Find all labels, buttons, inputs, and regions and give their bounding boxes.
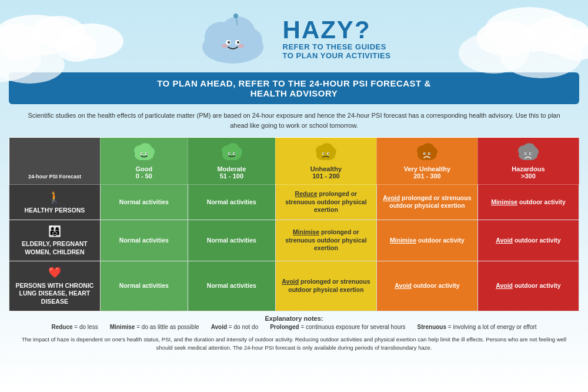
subtitle-line2: TO PLAN YOUR ACTIVITIES [283, 51, 391, 60]
healthy-hazardous-bold: Minimise [491, 198, 517, 205]
svg-point-63 [526, 153, 527, 154]
healthy-very-unhealthy-bold: Avoid [383, 194, 400, 201]
hazardous-label: Hazardous [482, 165, 575, 172]
cell-elderly-good: Normal activities [100, 220, 188, 261]
label-col-text: 24-hour PSI Forecast [13, 174, 96, 180]
chronic-moderate-text: Normal activities [207, 282, 256, 289]
svg-point-39 [229, 153, 230, 154]
unhealthy-emoji [279, 142, 373, 164]
good-emoji [104, 142, 184, 164]
main-title: HAZY? [283, 18, 391, 42]
cell-elderly-unhealthy: Minimise prolonged or strenuous outdoor … [275, 220, 376, 261]
moderate-label: Moderate [192, 165, 272, 172]
th-very-unhealthy: Very Unhealthy 201 - 300 [376, 138, 477, 185]
notes-section: Explanatory notes: Reduce = do less Mini… [9, 315, 579, 330]
cell-elderly-moderate: Normal activities [188, 220, 275, 261]
svg-point-24 [233, 14, 238, 18]
cell-chronic-unhealthy: Avoid prolonged or strenuous outdoor phy… [275, 261, 376, 311]
svg-point-20 [237, 41, 239, 44]
cell-elderly-very-unhealthy: Minimise outdoor activity [376, 220, 477, 261]
cell-healthy-good: Normal activities [100, 185, 188, 220]
cell-healthy-moderate: Normal activities [188, 185, 275, 220]
elderly-hazardous-bold: Avoid [496, 237, 513, 244]
moderate-range: 51 - 100 [192, 172, 272, 180]
svg-point-52 [428, 147, 437, 157]
svg-point-40 [233, 153, 235, 154]
table-row-healthy: 🚶 HEALTHY PERSONS Normal activities Norm… [9, 185, 579, 220]
svg-point-48 [328, 153, 329, 154]
hazardous-range: >300 [482, 172, 575, 180]
healthy-label: HEALTHY PERSONS [24, 207, 85, 214]
good-label: Good [104, 165, 184, 172]
cell-chronic-hazardous: Avoid outdoor activity [477, 261, 579, 311]
healthy-unhealthy-bold: Reduce [295, 190, 318, 197]
svg-point-28 [145, 147, 155, 157]
moderate-emoji [192, 142, 272, 164]
hazardous-emoji [482, 142, 575, 164]
chronic-good-text: Normal activities [119, 282, 169, 289]
page-wrapper: HAZY? REFER TO THESE GUIDES TO PLAN YOUR… [0, 0, 588, 392]
svg-point-47 [323, 153, 325, 154]
svg-point-36 [233, 147, 242, 157]
header-area: HAZY? REFER TO THESE GUIDES TO PLAN YOUR… [0, 0, 588, 69]
th-hazardous: Hazardous >300 [477, 138, 579, 185]
row-label-chronic: ❤️ PERSONS WITH CHRONIC LUNG DISEASE, HE… [9, 261, 101, 311]
very-unhealthy-emoji [380, 142, 474, 164]
elderly-good-text: Normal activities [119, 237, 169, 244]
chronic-unhealthy-bold: Avoid [282, 278, 299, 285]
th-unhealthy: Unhealthy 101 - 200 [275, 138, 376, 185]
table-container: 24-hour PSI Forecast [9, 137, 579, 311]
very-unhealthy-label: Very Unhealthy [380, 165, 474, 172]
good-range: 0 - 50 [104, 172, 184, 180]
cell-healthy-unhealthy: Reduce prolonged or strenuous outdoor ph… [275, 185, 376, 220]
cell-chronic-good: Normal activities [100, 261, 188, 311]
chronic-hazardous-bold: Avoid [496, 282, 513, 289]
note-prolonged: Prolonged = continuous exposure for seve… [270, 324, 405, 330]
cell-chronic-very-unhealthy: Avoid outdoor activity [376, 261, 477, 311]
svg-point-21 [222, 44, 228, 48]
th-good: Good 0 - 50 [100, 138, 188, 185]
note-minimise: Minimise = do as little as possible [110, 324, 199, 330]
cell-healthy-hazardous: Minimise outdoor activity [477, 185, 579, 220]
notes-title: Explanatory notes: [9, 315, 579, 322]
table-header-row: 24-hour PSI Forecast [9, 138, 579, 185]
row-label-elderly: 👨‍👩‍👧 ELDERLY, PREGNANT WOMEN, CHILDREN [9, 220, 101, 261]
healthy-moderate-text: Normal activities [207, 198, 256, 205]
svg-point-60 [529, 147, 539, 157]
cell-healthy-very-unhealthy: Avoid prolonged or strenuous outdoor phy… [376, 185, 477, 220]
elderly-label: ELDERLY, PREGNANT WOMEN, CHILDREN [22, 240, 88, 255]
subtitle-line1: REFER TO THESE GUIDES [283, 42, 391, 51]
unhealthy-range: 101 - 200 [279, 172, 373, 180]
svg-point-64 [530, 153, 532, 154]
th-moderate: Moderate 51 - 100 [188, 138, 275, 185]
note-reduce: Reduce = do less [51, 324, 98, 330]
th-label-col: 24-hour PSI Forecast [9, 138, 101, 185]
mascot-cloud [198, 11, 268, 64]
svg-point-22 [238, 44, 244, 48]
table-row-chronic: ❤️ PERSONS WITH CHRONIC LUNG DISEASE, HE… [9, 261, 579, 311]
chronic-very-unhealthy-bold: Avoid [395, 282, 412, 289]
svg-point-16 [236, 28, 262, 52]
elderly-moderate-text: Normal activities [207, 237, 256, 244]
svg-point-44 [327, 147, 336, 157]
cell-chronic-moderate: Normal activities [188, 261, 275, 311]
very-unhealthy-range: 201 - 300 [380, 172, 474, 180]
footer-text: The impact of haze is dependent on one's… [0, 333, 588, 356]
svg-point-19 [228, 41, 230, 44]
svg-point-55 [425, 153, 426, 154]
psi-table: 24-hour PSI Forecast [9, 137, 579, 311]
svg-point-32 [146, 153, 147, 154]
title-box: HAZY? REFER TO THESE GUIDES TO PLAN YOUR… [283, 18, 391, 60]
note-avoid: Avoid = do not do [211, 324, 259, 330]
svg-point-56 [429, 153, 430, 154]
note-strenuous: Strenuous = involving a lot of energy or… [417, 324, 537, 330]
cell-elderly-hazardous: Avoid outdoor activity [477, 220, 579, 261]
chronic-label: PERSONS WITH CHRONIC LUNG DISEASE, HEART… [15, 282, 93, 305]
elderly-very-unhealthy-bold: Minimise [390, 237, 416, 244]
elderly-unhealthy-bold: Minimise [293, 228, 319, 235]
svg-point-31 [141, 153, 142, 154]
notes-row: Reduce = do less Minimise = do as little… [9, 324, 579, 330]
table-row-elderly: 👨‍👩‍👧 ELDERLY, PREGNANT WOMEN, CHILDREN … [9, 220, 579, 261]
row-label-healthy: 🚶 HEALTHY PERSONS [9, 185, 101, 220]
unhealthy-label: Unhealthy [279, 165, 373, 172]
